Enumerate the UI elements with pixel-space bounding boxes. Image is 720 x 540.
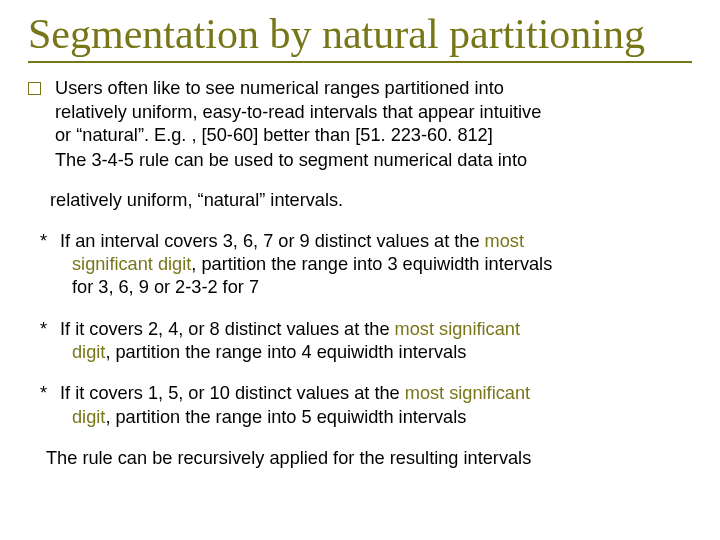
rule-tail: relatively uniform, “natural” intervals. (50, 189, 692, 212)
rule-1-accent-2: significant digit (72, 254, 191, 274)
rule-3: * If it covers 1, 5, or 10 distinct valu… (40, 382, 692, 429)
slide-title: Segmentation by natural partitioning (28, 12, 692, 57)
rule-2-part-b: , partition the range into 4 equiwidth i… (105, 342, 466, 362)
rule-1: * If an interval covers 3, 6, 7 or 9 dis… (40, 230, 692, 300)
bullet-row: Users often like to see numerical ranges… (28, 77, 692, 147)
asterisk-icon: * (40, 382, 58, 429)
intro-paragraph: Users often like to see numerical ranges… (55, 77, 692, 147)
slide: Segmentation by natural partitioning Use… (0, 0, 720, 482)
rule-3-accent-2: digit (72, 407, 105, 427)
rule-1-part-b: , partition the range into 3 equiwidth i… (191, 254, 552, 274)
asterisk-icon: * (40, 230, 58, 300)
rule-2: * If it covers 2, 4, or 8 distinct value… (40, 318, 692, 365)
rule-1-text: If an interval covers 3, 6, 7 or 9 disti… (60, 230, 692, 300)
slide-body: Users often like to see numerical ranges… (28, 77, 692, 470)
rule-lead: The 3-4-5 rule can be used to segment nu… (55, 149, 692, 172)
title-underline (28, 61, 692, 63)
intro-line-2: relatively uniform, easy-to-read interva… (55, 102, 541, 122)
intro-line-3: or “natural”. E.g. , [50-60] better than… (55, 125, 493, 145)
rule-1-accent-1: most (485, 231, 524, 251)
rule-2-text: If it covers 2, 4, or 8 distinct values … (60, 318, 692, 365)
rule-3-part-a: If it covers 1, 5, or 10 distinct values… (60, 383, 405, 403)
asterisk-icon: * (40, 318, 58, 365)
rule-2-part-a: If it covers 2, 4, or 8 distinct values … (60, 319, 395, 339)
square-bullet-icon (28, 82, 41, 95)
rule-3-text: If it covers 1, 5, or 10 distinct values… (60, 382, 692, 429)
intro-line-1: Users often like to see numerical ranges… (55, 78, 504, 98)
rule-2-accent-2: digit (72, 342, 105, 362)
rule-3-part-b: , partition the range into 5 equiwidth i… (105, 407, 466, 427)
rule-2-accent-1: most significant (395, 319, 520, 339)
rule-1-part-c: for 3, 6, 9 or 2-3-2 for 7 (72, 277, 259, 297)
rule-1-part-a: If an interval covers 3, 6, 7 or 9 disti… (60, 231, 485, 251)
conclusion: The rule can be recursively applied for … (46, 447, 692, 470)
rule-3-accent-1: most significant (405, 383, 530, 403)
